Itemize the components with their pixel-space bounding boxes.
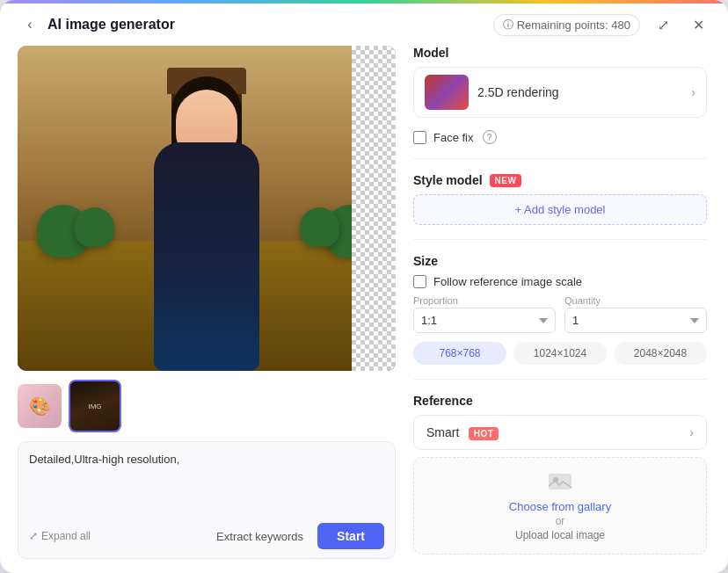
- gallery-link[interactable]: Choose from gallary: [426, 500, 694, 513]
- remaining-points: ⓘ Remaining points: 480: [493, 14, 640, 36]
- palette-icon: 🎨: [29, 395, 51, 417]
- upload-local-text: Upload local image: [426, 529, 694, 541]
- add-image-thumbnail[interactable]: 🎨: [18, 384, 62, 428]
- follow-ref-label: Follow reference image scale: [433, 275, 582, 288]
- app-window: ‹ AI image generator ⓘ Remaining points:…: [0, 0, 728, 573]
- size-section: Size Follow reference image scale Propor…: [413, 254, 707, 365]
- app-title: AI image generator: [47, 17, 175, 33]
- model-info: 2.5D rendering: [425, 75, 691, 110]
- header-left: ‹ AI image generator: [18, 12, 175, 37]
- character-figure: [119, 90, 295, 371]
- reference-section: Reference Smart HOT ›: [413, 394, 707, 555]
- new-badge: NEW: [490, 174, 522, 187]
- or-text: or: [426, 515, 694, 527]
- gallery-icon: [426, 470, 694, 497]
- quantity-group: Quantity 1 2 4: [564, 295, 707, 333]
- prompt-text[interactable]: Detailed,Ultra-high resolution,: [29, 451, 384, 516]
- prompt-area: Detailed,Ultra-high resolution, ⤢ Expand…: [18, 441, 396, 559]
- model-section-label: Model: [413, 46, 707, 60]
- model-selector[interactable]: 2.5D rendering ›: [413, 67, 707, 118]
- expand-icon: ⤢: [658, 17, 669, 33]
- active-thumbnail[interactable]: IMG: [69, 380, 121, 432]
- image-area: [18, 46, 396, 371]
- face-fix-row: Face fix ?: [413, 130, 707, 144]
- reference-selector[interactable]: Smart HOT ›: [413, 415, 707, 450]
- info-icon: ⓘ: [503, 18, 513, 33]
- back-button[interactable]: ‹: [18, 12, 42, 37]
- face-fix-label: Face fix: [433, 131, 474, 144]
- expand-button[interactable]: ⤢: [651, 12, 675, 37]
- main-content: 🎨 IMG Detailed,Ultra-high resolution, ⤢ …: [0, 46, 728, 573]
- size-preset-2048[interactable]: 2048×2048: [614, 342, 707, 365]
- quantity-label: Quantity: [564, 295, 707, 306]
- close-button[interactable]: ✕: [686, 12, 710, 37]
- action-buttons: Extract keywords Start: [209, 523, 384, 549]
- model-thumbnail: [425, 75, 469, 110]
- help-icon[interactable]: ?: [483, 130, 497, 144]
- proportion-group: Proportion 1:1 4:3 16:9 3:4 9:16: [413, 295, 556, 333]
- close-icon: ✕: [693, 17, 704, 33]
- back-icon: ‹: [27, 17, 32, 33]
- extract-keywords-button[interactable]: Extract keywords: [209, 526, 310, 547]
- shrub-right2: [300, 207, 339, 247]
- face-fix-checkbox[interactable]: [413, 131, 426, 144]
- thumbnail-row: 🎨 IMG: [18, 380, 396, 432]
- size-section-label: Size: [413, 254, 707, 268]
- character-body: [154, 142, 259, 371]
- expand-all-button[interactable]: ⤢ Expand all: [29, 530, 91, 542]
- style-model-label: Style model: [413, 173, 483, 187]
- svg-rect-0: [549, 474, 571, 490]
- divider-2: [413, 239, 707, 240]
- model-name: 2.5D rendering: [477, 85, 559, 99]
- size-dropdowns: Proportion 1:1 4:3 16:9 3:4 9:16 Quantit…: [413, 295, 707, 333]
- style-model-row: Style model NEW: [413, 173, 707, 187]
- right-panel: Model 2.5D rendering › Face fix ?: [413, 46, 710, 559]
- quantity-select[interactable]: 1 2 4: [564, 308, 707, 333]
- proportion-label: Proportion: [413, 295, 556, 306]
- thumbnail-image: IMG: [88, 403, 101, 410]
- divider-1: [413, 158, 707, 159]
- shrub-left2: [75, 207, 114, 247]
- size-presets: 768×768 1024×1024 2048×2048: [413, 342, 707, 365]
- checkered-bg: [352, 46, 396, 371]
- reference-section-label: Reference: [413, 394, 707, 408]
- chevron-right-icon: ›: [691, 85, 695, 99]
- reference-left: Smart HOT: [426, 424, 499, 440]
- model-section: Model 2.5D rendering ›: [413, 46, 707, 118]
- reference-chevron-icon: ›: [689, 425, 694, 439]
- expand-all-icon: ⤢: [29, 530, 38, 542]
- size-preset-768[interactable]: 768×768: [413, 342, 506, 365]
- upload-area[interactable]: Choose from gallary or Upload local imag…: [413, 457, 707, 555]
- prompt-actions: ⤢ Expand all Extract keywords Start: [29, 523, 384, 549]
- style-model-section: Style model NEW + Add style model: [413, 173, 707, 225]
- smart-label: Smart: [426, 425, 459, 439]
- size-preset-1024[interactable]: 1024×1024: [513, 342, 607, 365]
- follow-ref-checkbox[interactable]: [413, 275, 426, 288]
- start-button[interactable]: Start: [317, 523, 384, 549]
- hot-badge: HOT: [469, 427, 499, 440]
- divider-3: [413, 379, 707, 380]
- header-right: ⓘ Remaining points: 480 ⤢ ✕: [493, 12, 710, 37]
- follow-ref-row: Follow reference image scale: [413, 275, 707, 288]
- generated-image: [18, 46, 396, 371]
- left-panel: 🎨 IMG Detailed,Ultra-high resolution, ⤢ …: [18, 46, 396, 559]
- add-style-button[interactable]: + Add style model: [413, 194, 707, 225]
- header: ‹ AI image generator ⓘ Remaining points:…: [0, 4, 728, 46]
- proportion-select[interactable]: 1:1 4:3 16:9 3:4 9:16: [413, 308, 556, 333]
